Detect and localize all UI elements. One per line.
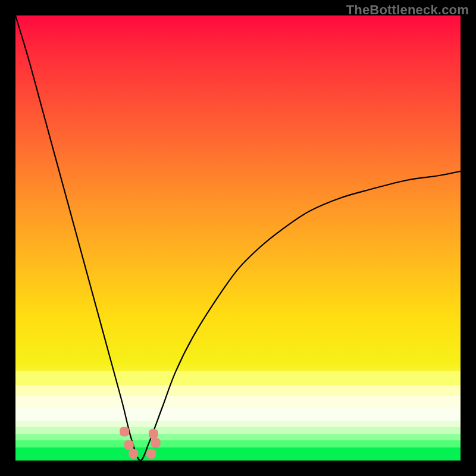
- heat-band-green: [15, 447, 461, 461]
- heat-band: [15, 371, 461, 384]
- heat-band: [15, 421, 461, 427]
- heat-band: [15, 407, 461, 420]
- plot-area: [15, 15, 461, 461]
- heat-band: [15, 440, 461, 447]
- heat-band: [15, 434, 461, 440]
- heat-band: [15, 427, 461, 434]
- outer-frame: TheBottleneck.com: [0, 0, 476, 476]
- heat-band: [15, 396, 461, 408]
- heat-band: [15, 385, 461, 396]
